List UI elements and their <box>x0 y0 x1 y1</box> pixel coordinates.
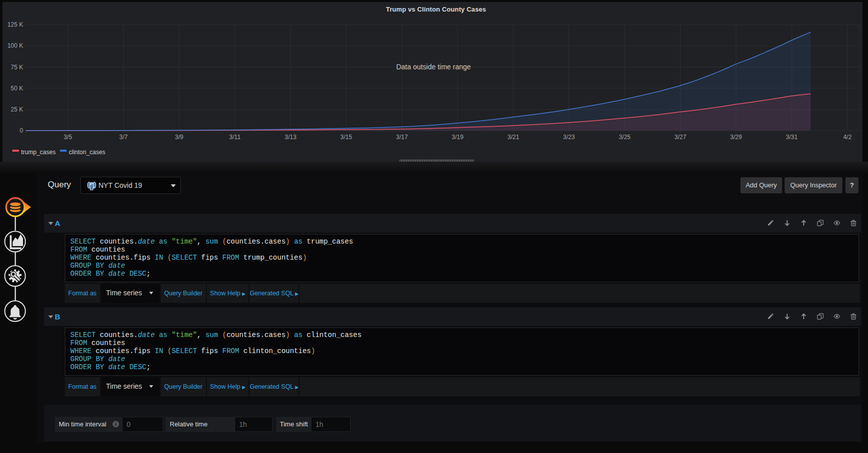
svg-text:100 K: 100 K <box>8 42 23 49</box>
svg-text:3/5: 3/5 <box>64 134 72 141</box>
svg-text:3/9: 3/9 <box>175 134 183 141</box>
svg-text:3/19: 3/19 <box>452 134 464 141</box>
svg-text:3/17: 3/17 <box>396 134 408 141</box>
svg-text:3/7: 3/7 <box>120 134 128 141</box>
svg-text:3/13: 3/13 <box>285 134 297 141</box>
svg-text:50 K: 50 K <box>11 85 23 92</box>
svg-text:3/23: 3/23 <box>563 134 575 141</box>
svg-text:3/25: 3/25 <box>619 134 631 141</box>
svg-text:3/15: 3/15 <box>341 134 353 141</box>
svg-text:125 K: 125 K <box>8 21 23 28</box>
svg-text:3/29: 3/29 <box>730 134 742 141</box>
svg-text:0: 0 <box>20 127 23 134</box>
svg-text:4/2: 4/2 <box>843 134 852 141</box>
svg-text:3/31: 3/31 <box>786 134 798 141</box>
svg-text:trump_cases: trump_cases <box>21 149 56 156</box>
svg-text:3/21: 3/21 <box>507 134 519 141</box>
svg-text:3/27: 3/27 <box>675 134 687 141</box>
svg-text:25 K: 25 K <box>11 106 23 113</box>
svg-text:3/11: 3/11 <box>229 134 241 141</box>
svg-text:clinton_cases: clinton_cases <box>69 149 105 156</box>
